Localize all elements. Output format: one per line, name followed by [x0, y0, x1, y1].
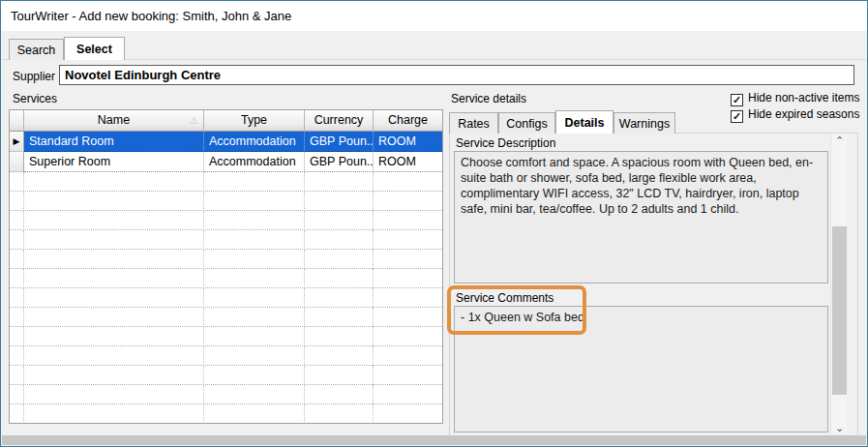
tab-rates[interactable]: Rates	[449, 112, 498, 134]
service-comments-box[interactable]: - 1x Queen w Sofa bed	[454, 306, 828, 432]
row-selector	[10, 152, 24, 172]
grid-empty-rows	[10, 172, 442, 424]
cell-type: Accommodation	[204, 132, 305, 152]
hide-non-active-items-checkbox[interactable]: ✓Hide non-active items	[731, 91, 859, 105]
empty-grid-row	[10, 288, 442, 308]
table-row-superior-room[interactable]: Superior Room Accommodation GBP Poun... …	[10, 152, 442, 172]
empty-grid-row	[10, 366, 442, 385]
empty-grid-row	[10, 230, 442, 250]
tab-strip-divider	[2, 59, 866, 60]
details-scrollbar[interactable]: ⌃ ⌄	[830, 134, 847, 434]
service-description-label: Service Description	[456, 136, 555, 150]
empty-grid-row	[10, 269, 442, 288]
scrollbar-thumb[interactable]	[832, 226, 847, 395]
current-row-indicator: ▶	[10, 132, 24, 152]
empty-grid-row	[10, 250, 442, 269]
main-tab-strip: SearchSelect	[9, 37, 125, 60]
tab-select[interactable]: Select	[64, 37, 125, 60]
title-bar: TourWriter - Add new booking: Smith, Joh…	[1, 1, 867, 31]
empty-grid-row	[10, 192, 442, 211]
service-description-box[interactable]: Choose comfort and space. A spacious roo…	[454, 151, 828, 283]
column-header-type[interactable]: Type	[204, 110, 305, 132]
column-header-name[interactable]: Name △	[24, 110, 204, 132]
services-grid: Name △ Type Currency Charge ▶ Standard R…	[9, 109, 443, 424]
checkbox-checked-icon: ✓	[731, 110, 743, 123]
tab-warnings[interactable]: Warnings	[614, 112, 675, 134]
window-bottom-strip	[2, 435, 866, 445]
tab-details[interactable]: Details	[555, 110, 614, 134]
cell-charge: ROOM	[374, 152, 442, 172]
table-row-standard-room[interactable]: ▶ Standard Room Accommodation GBP Poun..…	[10, 132, 442, 152]
cell-name: Standard Room	[24, 132, 204, 152]
empty-grid-row	[10, 346, 442, 366]
hide-expired-seasons-checkbox[interactable]: ✓Hide expired seasons	[731, 107, 859, 122]
row-pointer-icon: ▶	[14, 136, 20, 146]
service-details-label: Service details	[451, 92, 526, 105]
empty-grid-row	[10, 327, 442, 346]
cell-currency: GBP Poun...	[305, 152, 374, 172]
row-selector-header	[10, 110, 24, 132]
cell-type: Accommodation	[204, 152, 305, 172]
column-header-charge[interactable]: Charge	[374, 110, 442, 132]
service-comments-label: Service Comments	[456, 291, 554, 305]
sort-ascending-icon: △	[191, 110, 197, 131]
grid-header-row: Name △ Type Currency Charge	[10, 110, 442, 132]
column-header-currency[interactable]: Currency	[305, 110, 374, 132]
empty-grid-row	[10, 211, 442, 230]
cell-currency: GBP Poun...	[305, 132, 374, 152]
cell-charge: ROOM	[374, 132, 442, 152]
tourwriter-window: TourWriter - Add new booking: Smith, Joh…	[0, 0, 868, 447]
scroll-down-icon[interactable]: ⌄	[831, 419, 848, 434]
empty-grid-row	[10, 308, 442, 327]
checkbox-label: Hide non-active items	[748, 91, 859, 104]
services-label: Services	[13, 92, 57, 105]
empty-grid-row	[10, 172, 442, 192]
supplier-label: Supplier	[13, 70, 55, 83]
checkbox-label: Hide expired seasons	[748, 107, 859, 121]
cell-name: Superior Room	[24, 152, 204, 172]
tab-search[interactable]: Search	[9, 39, 64, 60]
tab-configs[interactable]: Configs	[498, 112, 555, 134]
empty-grid-row	[10, 385, 442, 404]
supplier-input[interactable]: Novotel Edinburgh Centre	[59, 65, 854, 85]
empty-grid-row	[10, 404, 442, 424]
service-details-tab-strip: RatesConfigsDetailsWarnings	[449, 110, 675, 134]
checkbox-checked-icon: ✓	[731, 94, 743, 106]
window-title: TourWriter - Add new booking: Smith, Joh…	[11, 9, 291, 23]
scroll-up-icon[interactable]: ⌃	[831, 134, 848, 149]
